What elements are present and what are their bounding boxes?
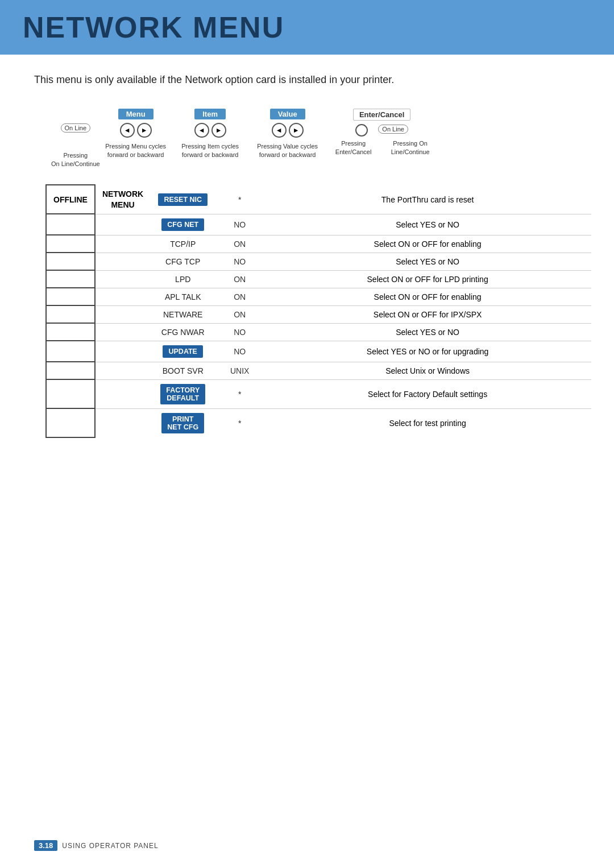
table-row: BOOT SVRUNIXSelect Unix or Windows	[46, 362, 591, 379]
table-row: LPDONSelect ON or OFF for LPD printing	[46, 270, 591, 288]
nav-item-group: Item ◄ ► Pressing Item cycles forward or…	[176, 109, 244, 159]
item-cell: APL TALK	[150, 288, 215, 305]
item-cell: LPD	[150, 270, 215, 288]
menu-cell	[95, 408, 150, 437]
item-text: APL TALK	[165, 292, 201, 301]
menu-fwd-arrow[interactable]: ►	[137, 123, 152, 138]
table-row: TCP/IPONSelect ON or OFF for enabling	[46, 235, 591, 253]
item-cell: NETWARE	[150, 305, 215, 323]
nav-enter-cancel-group: Enter/Cancel On Line Pressing Enter/Canc…	[331, 109, 433, 156]
menu-cell	[95, 379, 150, 408]
value-cell: *	[215, 185, 264, 214]
menu-label: Menu	[118, 109, 154, 119]
item-badge: UPDATE	[163, 345, 202, 358]
value-cell: *	[215, 379, 264, 408]
value-cell: ON	[215, 270, 264, 288]
offline-cell	[46, 379, 95, 408]
value-cell: ON	[215, 235, 264, 253]
offline-cell	[46, 408, 95, 437]
item-badge: FACTORYDEFAULT	[160, 384, 205, 404]
table-row: PRINTNET CFG*Select for test printing	[46, 408, 591, 437]
enter-cancel-label: Enter/Cancel	[353, 109, 410, 121]
item-cell: TCP/IP	[150, 235, 215, 253]
value-cell: NO	[215, 214, 264, 235]
offline-cell	[46, 362, 95, 379]
item-cell: UPDATE	[150, 341, 215, 362]
intro-text: This menu is only available if the Netwo…	[34, 72, 580, 88]
desc-cell: Select for test printing	[264, 408, 591, 437]
item-cell: RESET NIC	[150, 185, 215, 214]
network-menu-table: OFFLINENETWORKMENURESET NIC*The PortThru…	[45, 184, 591, 437]
menu-cell	[95, 341, 150, 362]
offline-cell	[46, 253, 95, 270]
nav-online-left: On Line Pressing On Line/Continue	[51, 109, 100, 168]
desc-cell: Select Unix or Windows	[264, 362, 591, 379]
item-cell: CFG NET	[150, 214, 215, 235]
desc-cell: Select ON or OFF for enabling	[264, 288, 591, 305]
item-badge: PRINTNET CFG	[161, 413, 204, 433]
footer-badge: 3.18	[34, 840, 57, 851]
table-row: OFFLINENETWORKMENURESET NIC*The PortThru…	[46, 185, 591, 214]
menu-cell	[95, 270, 150, 288]
desc-cell: Select YES or NO or for upgrading	[264, 341, 591, 362]
offline-cell	[46, 270, 95, 288]
item-text: LPD	[175, 275, 190, 284]
item-badge: CFG NET	[161, 218, 204, 231]
value-cell: NO	[215, 253, 264, 270]
table-row: CFG TCPNOSelect YES or NO	[46, 253, 591, 270]
online-right-label: On Line	[378, 125, 408, 134]
item-cell: BOOT SVR	[150, 362, 215, 379]
desc-cell: Select ON or OFF for IPX/SPX	[264, 305, 591, 323]
online-left-label: On Line	[61, 123, 91, 133]
desc-cell: Select YES or NO	[264, 323, 591, 341]
desc-cell: Select ON or OFF for enabling	[264, 235, 591, 253]
table-row: FACTORYDEFAULT*Select for Factory Defaul…	[46, 379, 591, 408]
enter-cancel-circle[interactable]	[355, 124, 368, 137]
item-back-arrow[interactable]: ◄	[194, 123, 209, 138]
menu-cell	[95, 305, 150, 323]
menu-cell	[95, 323, 150, 341]
page-title: NETWORK MENU	[23, 11, 284, 44]
table-row: APL TALKONSelect ON or OFF for enabling	[46, 288, 591, 305]
value-cell: NO	[215, 323, 264, 341]
offline-cell	[46, 235, 95, 253]
value-cell: ON	[215, 305, 264, 323]
nav-value-group: Value ◄ ► Pressing Value cycles forward …	[254, 109, 322, 159]
desc-cell: Select ON or OFF for LPD printing	[264, 270, 591, 288]
value-fwd-arrow[interactable]: ►	[289, 123, 304, 138]
offline-cell: OFFLINE	[46, 185, 95, 214]
item-text: BOOT SVR	[163, 366, 204, 375]
desc-cell: Select YES or NO	[264, 253, 591, 270]
menu-cell	[95, 214, 150, 235]
item-text: NETWARE	[163, 310, 202, 319]
menu-cell	[95, 253, 150, 270]
footer-text: Using Operator Panel	[62, 842, 158, 850]
value-cell: UNIX	[215, 362, 264, 379]
table-row: CFG NETNOSelect YES or NO	[46, 214, 591, 235]
item-text: TCP/IP	[170, 239, 196, 249]
menu-back-arrow[interactable]: ◄	[120, 123, 135, 138]
table-row: NETWAREONSelect ON or OFF for IPX/SPX	[46, 305, 591, 323]
desc-cell: The PortThru card is reset	[264, 185, 591, 214]
offline-cell	[46, 341, 95, 362]
footer: 3.18 Using Operator Panel	[34, 840, 159, 851]
value-label: Value	[270, 109, 305, 119]
offline-cell	[46, 305, 95, 323]
menu-cell	[95, 288, 150, 305]
item-cell: CFG TCP	[150, 253, 215, 270]
nav-menu-group: Menu ◄ ► Pressing Menu cycles forward or…	[105, 109, 167, 159]
desc-cell: Select YES or NO	[264, 214, 591, 235]
item-badge: RESET NIC	[158, 193, 208, 206]
value-back-arrow[interactable]: ◄	[272, 123, 287, 138]
table-row: CFG NWARNOSelect YES or NO	[46, 323, 591, 341]
item-fwd-arrow[interactable]: ►	[211, 123, 226, 138]
item-text: CFG NWAR	[161, 328, 205, 337]
menu-cell: NETWORKMENU	[95, 185, 150, 214]
item-cell: CFG NWAR	[150, 323, 215, 341]
page-header: NETWORK MENU	[0, 0, 614, 55]
item-text: CFG TCP	[165, 257, 200, 266]
value-cell: NO	[215, 341, 264, 362]
value-cell: *	[215, 408, 264, 437]
item-label: Item	[194, 109, 226, 119]
desc-cell: Select for Factory Default settings	[264, 379, 591, 408]
